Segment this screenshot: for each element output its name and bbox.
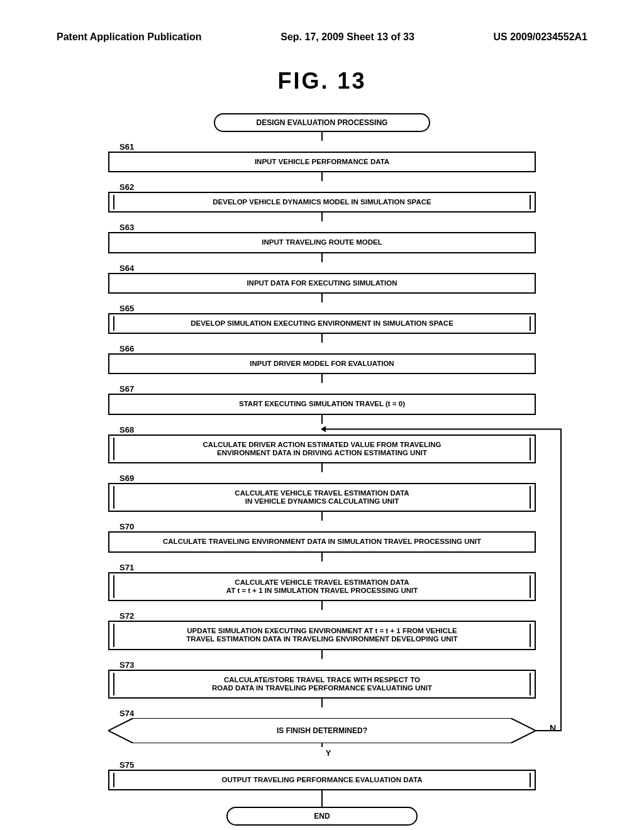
connector: [321, 790, 323, 807]
step-label-s67: S67: [118, 384, 135, 394]
connector: [321, 601, 323, 610]
flowchart: DESIGN EVALUATION PROCESSING S61INPUT VE…: [108, 113, 536, 826]
header-center: Sep. 17, 2009 Sheet 13 of 33: [280, 31, 414, 43]
process-s69: CALCULATE VEHICLE TRAVEL ESTIMATION DATA…: [108, 483, 536, 512]
step-label-s61: S61: [118, 142, 135, 152]
process-s64: INPUT DATA FOR EXECUTING SIMULATION: [108, 273, 536, 294]
connector: [321, 253, 323, 262]
decision-s74: IS FINISH DETERMINED? N: [108, 718, 536, 743]
connector: [321, 743, 323, 747]
step-label-s70: S70: [118, 522, 135, 531]
connector: [321, 172, 323, 181]
header-left: Patent Application Publication: [57, 31, 202, 43]
decision-text: IS FINISH DETERMINED?: [108, 718, 536, 743]
step-label-s72: S72: [118, 611, 135, 621]
connector: [321, 699, 323, 707]
connector: [321, 132, 323, 141]
step-label-s63: S63: [118, 223, 135, 232]
step-label-s74: S74: [118, 709, 135, 718]
connector: [321, 650, 323, 659]
connector: [321, 415, 323, 424]
connector: [321, 374, 323, 383]
header-right: US 2009/0234552A1: [494, 31, 587, 43]
process-s61: INPUT VEHICLE PERFORMANCE DATA: [108, 152, 536, 172]
decision-no-label: N: [550, 723, 556, 733]
process-s73: CALCULATE/STORE TRAVEL TRACE WITH RESPEC…: [108, 670, 536, 699]
process-s71: CALCULATE VEHICLE TRAVEL ESTIMATION DATA…: [108, 572, 536, 601]
page-header: Patent Application Publication Sep. 17, …: [57, 31, 587, 43]
connector: [321, 512, 323, 521]
process-s70: CALCULATE TRAVELING ENVIRONMENT DATA IN …: [108, 531, 536, 552]
decision-yes-label: Y: [121, 748, 536, 758]
terminator-end: END: [226, 807, 418, 826]
process-s62: DEVELOP VEHICLE DYNAMICS MODEL IN SIMULA…: [108, 192, 536, 213]
step-label-s75: S75: [118, 760, 135, 770]
step-label-s71: S71: [118, 563, 135, 572]
step-label-s64: S64: [118, 263, 135, 273]
process-s65: DEVELOP SIMULATION EXECUTING ENVIRONMENT…: [108, 313, 536, 334]
process-s75: OUTPUT TRAVELING PERFORMANCE EVALUATION …: [108, 770, 536, 790]
step-label-s66: S66: [118, 344, 135, 353]
page: Patent Application Publication Sep. 17, …: [0, 0, 644, 830]
process-s66: INPUT DRIVER MODEL FOR EVALUATION: [108, 353, 536, 374]
connector: [321, 463, 323, 472]
process-s68: CALCULATE DRIVER ACTION ESTIMATED VALUE …: [108, 434, 536, 463]
terminator-start: DESIGN EVALUATION PROCESSING: [214, 113, 430, 132]
connector: [321, 294, 323, 302]
process-s67: START EXECUTING SIMULATION TRAVEL (t = 0…: [108, 394, 536, 414]
step-label-s73: S73: [118, 660, 135, 670]
process-s72: UPDATE SIMULATION EXECUTING ENVIRONMENT …: [108, 621, 536, 650]
figure-title: FIG. 13: [57, 68, 587, 94]
connector: [321, 213, 323, 221]
step-label-s65: S65: [118, 304, 135, 313]
process-s63: INPUT TRAVELING ROUTE MODEL: [108, 232, 536, 253]
connector: [321, 334, 323, 343]
step-label-s62: S62: [118, 182, 135, 192]
step-label-s68: S68: [118, 425, 135, 434]
step-label-s69: S69: [118, 473, 135, 483]
connector: [321, 553, 323, 562]
